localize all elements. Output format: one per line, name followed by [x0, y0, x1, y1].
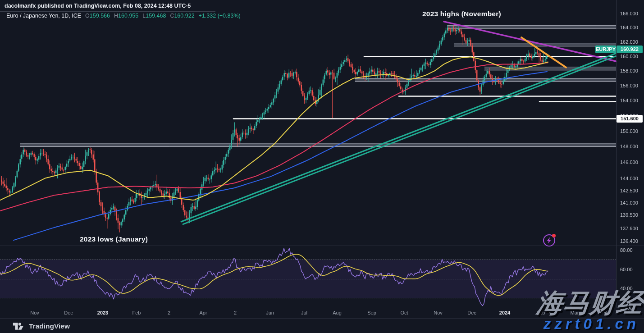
- published-byline: dacolmanfx published on TradingView.com,…: [0, 0, 215, 12]
- time-tick-label: 2024: [499, 310, 510, 315]
- ohlc-open: O159.566: [85, 13, 110, 19]
- time-tick-label: Feb: [132, 310, 141, 315]
- ohlc-close: C160.922: [170, 13, 194, 19]
- time-tick-label: Dec: [467, 310, 476, 315]
- ohlc-high: H160.955: [114, 13, 138, 19]
- price-tick-label: 139.500: [620, 212, 638, 218]
- price-tick-label: 150.000: [620, 128, 638, 134]
- time-tick-label: 2: [168, 310, 170, 315]
- symbol-title: Euro / Japanese Yen, 1D, ICE: [6, 13, 81, 19]
- price-tick-label: 142.500: [620, 188, 638, 193]
- time-axis[interactable]: NovDec2023Feb2Apr2JunJulAugSepOctNovDec2…: [0, 308, 617, 318]
- time-tick-label: Sep: [367, 310, 376, 315]
- price-tick-label: 156.000: [620, 83, 638, 88]
- price-tick-label: 160.000: [620, 54, 638, 59]
- time-tick-label: Nov: [30, 310, 39, 315]
- price-tick-label: 136.400: [620, 238, 638, 244]
- ohlc-change: +1.332 (+0.83%): [199, 13, 241, 19]
- time-tick-label: Jul: [301, 310, 307, 315]
- last-price-label: 160.922: [617, 46, 643, 53]
- time-tick-label: 2023: [97, 310, 108, 315]
- watermark-url: zzrt01.cn: [544, 315, 639, 333]
- chart-canvas[interactable]: [0, 0, 644, 333]
- time-tick-label: 2: [234, 310, 237, 315]
- annotation-2023-highs: 2023 highs (November): [422, 10, 501, 18]
- rsi-tick-label: 80.00: [620, 247, 633, 253]
- time-tick-label: Apr: [199, 310, 207, 315]
- annotation-2023-lows: 2023 lows (January): [80, 235, 148, 243]
- symbol-legend[interactable]: Euro / Japanese Yen, 1D, ICE O159.566 H1…: [6, 13, 241, 19]
- price-tick-label: 162.000: [620, 39, 638, 45]
- price-tick-label: 148.000: [620, 144, 638, 149]
- symbol-price-tag: EURJPY: [595, 46, 616, 53]
- price-tick-label: 158.000: [620, 68, 638, 73]
- tradingview-logo-icon[interactable]: [13, 322, 25, 331]
- time-tick-label: Oct: [400, 310, 408, 315]
- price-tick-label: 137.900: [620, 226, 638, 231]
- time-tick-label: Aug: [333, 310, 342, 315]
- price-tick-label: 164.000: [620, 25, 638, 30]
- price-tick-label: 166.000: [620, 11, 638, 16]
- time-tick-label: Nov: [434, 310, 443, 315]
- ohlc-low: L159.468: [142, 13, 166, 19]
- tradingview-snapshot: dacolmanfx published on TradingView.com,…: [0, 0, 644, 333]
- tradingview-logo-text[interactable]: TradingView: [29, 322, 70, 330]
- price-tick-label: 146.000: [620, 160, 638, 165]
- notification-dot: [552, 234, 556, 237]
- rsi-tick-label: 60.00: [620, 267, 633, 272]
- time-tick-label: Jun: [266, 310, 274, 315]
- price-tick-label: 141.000: [620, 200, 638, 205]
- flash-reaction-icon[interactable]: [543, 234, 555, 246]
- level-price-label: 151.600: [617, 115, 643, 123]
- time-tick-label: Dec: [64, 310, 73, 315]
- price-tick-label: 154.000: [620, 98, 638, 103]
- lightning-bolt-icon: [546, 237, 552, 244]
- price-tick-label: 144.000: [620, 176, 638, 181]
